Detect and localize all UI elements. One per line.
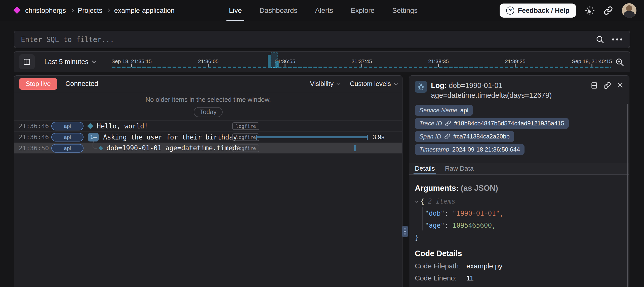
json-indent-guide bbox=[422, 207, 423, 230]
custom-levels-label: Custom levels bbox=[350, 80, 391, 88]
pill-value: #ca741384ca2a20bb bbox=[453, 133, 510, 140]
empty-window-notice: No older items in the selected time wind… bbox=[14, 92, 402, 120]
tab-settings[interactable]: Settings bbox=[392, 0, 418, 21]
tab-details[interactable]: Details bbox=[415, 163, 435, 174]
log-content: 1– Asking the user for their birthday bbox=[87, 132, 237, 142]
code-filepath-value: example.py bbox=[466, 262, 502, 270]
span-row-birthday[interactable]: 21:36:46 api 1– Asking the user for thei… bbox=[14, 131, 402, 142]
code-filepath-row: Code Filepath: example.py bbox=[415, 262, 624, 270]
stop-live-button[interactable]: Stop live bbox=[19, 78, 57, 90]
log-row-dob-selected[interactable]: 21:36:50 api dob=1990-01-01 age=datetime… bbox=[14, 142, 402, 154]
log-content: dob=1990-01-01 age=datetime.timede bbox=[87, 143, 240, 153]
panel-splitter-grip[interactable] bbox=[402, 226, 408, 237]
pill-value: #18b84cb4847b5d574c4ad9121935a415 bbox=[454, 120, 564, 127]
details-title: Log: dob=1990-01-01 age=datetime.timedel… bbox=[431, 81, 582, 100]
visibility-dropdown[interactable]: Visibility bbox=[310, 80, 340, 88]
search-button[interactable] bbox=[595, 35, 605, 44]
custom-levels-dropdown[interactable]: Custom levels bbox=[350, 80, 397, 88]
connection-status: Connected bbox=[65, 80, 98, 88]
share-link-button[interactable] bbox=[604, 6, 613, 15]
pill-label: Span ID bbox=[419, 133, 441, 140]
timeline-selection-brush[interactable] bbox=[271, 53, 277, 68]
theme-toggle-button[interactable] bbox=[585, 6, 595, 15]
log-level-badge bbox=[415, 81, 427, 93]
log-content: Hello, world! bbox=[87, 121, 148, 131]
bug-icon bbox=[417, 83, 425, 90]
link-icon bbox=[445, 120, 451, 126]
search-icon bbox=[595, 35, 605, 44]
service-badge[interactable]: api bbox=[51, 144, 84, 153]
live-logs-panel: Stop live Connected Visibility Custom le… bbox=[14, 75, 403, 287]
service-badge[interactable]: api bbox=[51, 122, 84, 130]
close-details-button[interactable] bbox=[617, 82, 624, 89]
filter-more-options-button[interactable] bbox=[612, 38, 622, 40]
panel-left-icon bbox=[23, 58, 31, 66]
log-time: 21:36:50 bbox=[19, 143, 49, 153]
chevron-down-icon bbox=[336, 81, 340, 85]
service-name-pill[interactable]: Service Name api bbox=[415, 105, 473, 116]
logfire-tag[interactable]: logfire bbox=[232, 145, 259, 152]
trace-id-pill[interactable]: Trace ID #18b84cb4847b5d574c4ad9121935a4… bbox=[415, 118, 569, 129]
code-lineno-value: 11 bbox=[466, 274, 474, 282]
arguments-heading: Arguments: (as JSON) bbox=[415, 184, 624, 193]
feedback-help-button[interactable]: ? Feedback / Help bbox=[500, 4, 576, 18]
log-diamond-icon bbox=[87, 123, 93, 129]
log-time: 21:36:46 bbox=[19, 132, 49, 142]
span-id-pill[interactable]: Span ID #ca741384ca2a20bb bbox=[415, 131, 514, 142]
logfire-tag[interactable]: logfire bbox=[232, 133, 259, 141]
logfire-tag[interactable]: logfire bbox=[232, 122, 259, 130]
panel-layout-button[interactable] bbox=[590, 82, 598, 89]
time-range-dropdown[interactable]: Last 5 minutes bbox=[44, 52, 96, 72]
breadcrumb-org[interactable]: christophergs bbox=[25, 7, 66, 15]
logfire-logo-icon[interactable] bbox=[13, 7, 21, 14]
time-range-bar: Last 5 minutes Sep 18, 21:35:15 21:36:05… bbox=[14, 51, 630, 72]
chevron-right-icon bbox=[106, 8, 110, 12]
nav-right-cluster: ? Feedback / Help bbox=[500, 0, 636, 21]
collapse-children-badge[interactable]: 1– bbox=[88, 133, 99, 141]
span-duration-label: 3.9s bbox=[373, 132, 384, 142]
log-row-hello-world[interactable]: 21:36:46 api Hello, world! logfire bbox=[14, 120, 402, 131]
breadcrumb-projects[interactable]: Projects bbox=[78, 7, 102, 15]
visibility-label: Visibility bbox=[310, 80, 333, 88]
chevron-down-icon bbox=[92, 59, 96, 63]
service-badge[interactable]: api bbox=[51, 133, 84, 141]
log-message: dob=1990-01-01 age=datetime.timede bbox=[106, 144, 240, 152]
json-entry-age: "age": 1095465600, bbox=[415, 219, 624, 231]
breadcrumb-project-name[interactable]: example-application bbox=[114, 7, 175, 15]
timestamp-pill[interactable]: Timestamp 2024-09-18 21:36:50.644 bbox=[415, 144, 525, 155]
details-scrollbar[interactable] bbox=[627, 104, 628, 287]
tab-alerts[interactable]: Alerts bbox=[315, 0, 333, 21]
sql-filter-input[interactable] bbox=[14, 31, 595, 48]
json-colon: : bbox=[445, 222, 452, 229]
code-filepath-label: Code Filepath: bbox=[415, 262, 466, 270]
details-header: Log: dob=1990-01-01 age=datetime.timedel… bbox=[415, 81, 624, 100]
zoom-in-icon bbox=[615, 57, 624, 67]
tab-explore[interactable]: Explore bbox=[351, 0, 375, 21]
log-time-marker bbox=[354, 145, 356, 151]
arguments-json-viewer: {2 items "dob": "1990-01-01", "age": 109… bbox=[415, 195, 624, 244]
arguments-suffix: (as JSON) bbox=[461, 184, 498, 193]
json-number-value: 1095465600, bbox=[453, 222, 496, 229]
tab-live[interactable]: Live bbox=[229, 0, 242, 21]
arguments-label: Arguments: bbox=[415, 184, 459, 193]
timeline-zoom-button[interactable] bbox=[615, 57, 624, 67]
json-items-note: 2 items bbox=[428, 198, 456, 205]
timeline-track[interactable]: Sep 18, 21:35:15 21:36:05 21:36:55 21:37… bbox=[111, 52, 612, 72]
collapse-chevron-icon[interactable] bbox=[415, 199, 418, 203]
link-icon bbox=[603, 82, 611, 89]
user-avatar[interactable] bbox=[622, 3, 636, 18]
today-button[interactable]: Today bbox=[194, 107, 223, 117]
log-diamond-icon bbox=[98, 146, 103, 150]
tab-raw-data[interactable]: Raw Data bbox=[445, 163, 473, 174]
pill-label: Timestamp bbox=[419, 146, 449, 153]
sql-filter-bar bbox=[14, 31, 630, 48]
chevron-down-icon bbox=[394, 81, 398, 85]
tree-connector bbox=[93, 143, 97, 149]
breadcrumb: christophergs Projects example-applicati… bbox=[25, 0, 175, 21]
copy-link-button[interactable] bbox=[603, 82, 611, 89]
log-message: Asking the user for their birthday bbox=[103, 133, 237, 141]
details-tabbar: Details Raw Data bbox=[409, 163, 629, 175]
tab-dashboards[interactable]: Dashboards bbox=[259, 0, 297, 21]
live-panel-header: Stop live Connected Visibility Custom le… bbox=[14, 76, 402, 92]
sidebar-toggle-button[interactable] bbox=[19, 54, 35, 69]
